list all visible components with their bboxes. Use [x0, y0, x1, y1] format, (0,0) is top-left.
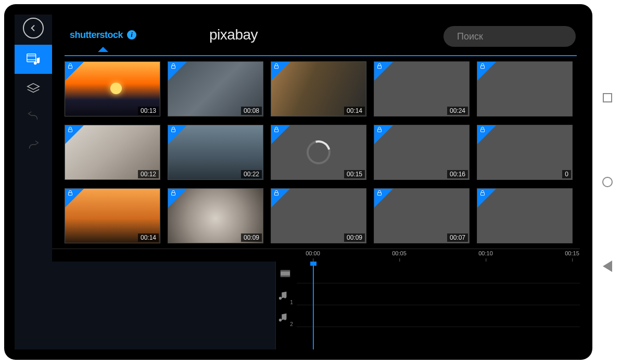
clip-thumbnail[interactable]: 00:09: [271, 188, 366, 243]
clip-thumbnail[interactable]: 00:14: [65, 188, 160, 243]
lock-icon: [479, 126, 486, 133]
lock-icon: [273, 189, 280, 197]
search-input[interactable]: [457, 31, 578, 42]
svg-rect-10: [481, 66, 485, 68]
lock-icon: [376, 126, 383, 133]
svg-rect-8: [275, 66, 278, 68]
sidebar: [15, 15, 52, 349]
timeline-track[interactable]: [297, 262, 580, 283]
svg-rect-14: [378, 129, 382, 132]
redo-button[interactable]: [15, 132, 52, 161]
source-tab-label: shutterstock: [70, 30, 123, 41]
system-nav: [597, 0, 618, 364]
clip-thumbnail[interactable]: 00:12: [65, 125, 160, 180]
header: shutterstock i pixabay: [52, 15, 582, 55]
clip-thumbnail[interactable]: 00:07: [374, 188, 470, 243]
recents-button[interactable]: [602, 92, 613, 103]
svg-marker-3: [28, 84, 40, 89]
track-number: 1: [290, 300, 293, 305]
svg-rect-15: [481, 129, 485, 132]
search-box[interactable]: [443, 26, 576, 47]
svg-rect-19: [378, 192, 382, 195]
track-number: 2: [290, 321, 293, 327]
clip-thumbnail[interactable]: 00:09: [168, 188, 263, 243]
sidebar-item-media[interactable]: [15, 45, 52, 74]
clip-thumbnail[interactable]: 00:24: [374, 61, 470, 116]
svg-rect-22: [281, 270, 290, 272]
svg-rect-20: [481, 192, 485, 195]
clip-duration: 00:08: [241, 107, 262, 115]
lock-icon: [170, 62, 177, 70]
timeline-track[interactable]: [297, 283, 580, 305]
clip-thumbnail[interactable]: [477, 61, 573, 116]
lock-icon: [67, 62, 74, 70]
source-tab-pixabay[interactable]: pixabay: [209, 27, 258, 43]
video-track-icon: [280, 268, 291, 281]
clip-thumbnail[interactable]: 0: [477, 125, 573, 180]
svg-rect-16: [69, 192, 72, 195]
music-track-icon: [277, 311, 289, 325]
lock-icon: [67, 189, 74, 197]
sidebar-item-layers[interactable]: [15, 74, 52, 103]
lock-icon: [67, 126, 74, 133]
clip-grid[interactable]: 00:1300:0800:1400:2400:1200:2200:1500:16…: [65, 61, 580, 243]
timeline-tracks[interactable]: [297, 262, 580, 349]
music-track-icon: [277, 290, 289, 303]
timeline-tick: 00:15: [565, 250, 579, 256]
timeline-tick: 00:05: [392, 250, 407, 256]
track-header[interactable]: 1: [276, 285, 295, 307]
clip-thumbnail[interactable]: 00:08: [168, 61, 263, 116]
clip-duration: 00:14: [138, 233, 159, 242]
media-music-icon: [26, 51, 41, 67]
timeline-track[interactable]: [297, 305, 580, 327]
timeline-tick: 00:00: [306, 250, 320, 256]
circle-icon: [602, 177, 613, 187]
clip-duration: 00:24: [447, 107, 468, 115]
info-icon[interactable]: i: [127, 30, 136, 40]
svg-rect-9: [378, 66, 382, 68]
clip-thumbnail[interactable]: 00:16: [374, 125, 470, 180]
square-icon: [603, 93, 612, 102]
layers-icon: [26, 81, 41, 96]
track-header[interactable]: 2: [276, 307, 295, 329]
playhead[interactable]: [313, 262, 314, 349]
header-divider: [65, 55, 577, 56]
clip-duration: 00:07: [447, 233, 468, 242]
undo-button[interactable]: [15, 103, 52, 132]
clip-duration: 00:09: [241, 233, 262, 242]
lock-icon: [170, 189, 177, 197]
clip-duration: 00:16: [447, 170, 468, 178]
lock-icon: [273, 126, 280, 133]
svg-rect-7: [172, 66, 175, 68]
lock-icon: [376, 189, 383, 197]
clip-thumbnail[interactable]: 00:22: [168, 125, 263, 180]
clip-duration: 00:22: [241, 170, 262, 178]
clip-duration: 00:12: [138, 170, 159, 178]
clip-thumbnail[interactable]: 00:15: [271, 125, 366, 180]
timeline: 00:0000:0500:1000:15 12: [52, 249, 580, 349]
clip-duration: 00:13: [138, 107, 159, 115]
timeline-ruler[interactable]: 00:0000:0500:1000:15: [52, 249, 580, 262]
lock-icon: [479, 62, 486, 70]
source-tab-shutterstock[interactable]: shutterstock i: [70, 30, 136, 41]
active-tab-indicator: [98, 47, 108, 52]
chevron-left-icon: [29, 24, 37, 32]
back-system-button[interactable]: [602, 261, 613, 272]
clip-thumbnail[interactable]: 00:14: [271, 61, 366, 116]
lock-icon: [170, 126, 177, 133]
redo-icon: [26, 139, 41, 154]
undo-icon: [26, 110, 41, 125]
clip-duration: 00:14: [344, 107, 365, 115]
home-button[interactable]: [602, 176, 613, 188]
track-header[interactable]: [276, 264, 295, 285]
svg-rect-12: [172, 129, 175, 132]
back-button[interactable]: [23, 18, 44, 38]
svg-rect-17: [172, 192, 175, 195]
clip-duration: 0: [562, 170, 571, 178]
timeline-preview-pane: [52, 249, 276, 349]
svg-rect-18: [275, 192, 278, 195]
svg-rect-6: [69, 66, 72, 68]
clip-thumbnail[interactable]: 00:13: [65, 61, 160, 116]
clip-thumbnail[interactable]: [477, 188, 573, 243]
source-tab-label: pixabay: [209, 27, 258, 43]
